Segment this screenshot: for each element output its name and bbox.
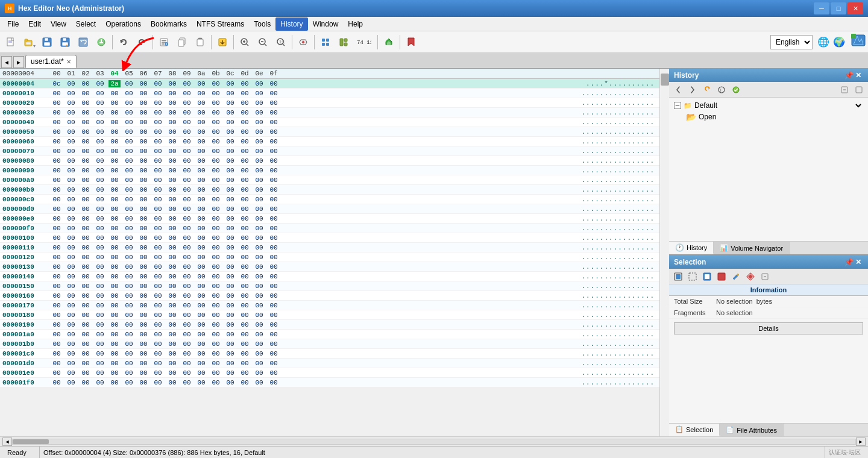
hex-byte[interactable]: 00 [51, 283, 63, 290]
hex-byte[interactable]: 00 [224, 148, 236, 155]
hex-byte[interactable]: 00 [123, 263, 135, 271]
hex-byte[interactable]: 00 [137, 292, 149, 300]
hex-byte[interactable]: 00 [166, 205, 178, 213]
volume-navigator-tab[interactable]: 📊 Volume Navigator [714, 242, 790, 254]
hex-byte[interactable]: 00 [65, 157, 77, 165]
hex-byte[interactable]: 00 [65, 167, 77, 174]
table-row[interactable]: 0000010000000000000000000000000000000000… [0, 233, 659, 243]
hex-byte[interactable]: 00 [94, 90, 106, 97]
table-row[interactable]: 000000a000000000000000000000000000000000… [0, 175, 659, 185]
hex-byte[interactable]: 00 [195, 205, 207, 213]
hex-byte[interactable]: 00 [108, 331, 121, 338]
hex-byte[interactable]: 00 [108, 263, 121, 271]
hex-byte[interactable]: 00 [65, 119, 77, 126]
hex-byte[interactable]: 00 [239, 234, 251, 242]
row-bytes[interactable]: 00000000000000000000000000000000 [48, 138, 576, 145]
hex-byte[interactable]: 00 [65, 321, 77, 328]
hex-byte[interactable]: 00 [166, 312, 178, 319]
hex-byte[interactable]: 00 [253, 283, 265, 290]
hex-byte[interactable]: 00 [94, 196, 106, 203]
hex-byte[interactable]: 00 [152, 292, 164, 300]
hex-byte[interactable]: 00 [123, 225, 135, 232]
hex-byte[interactable]: 00 [65, 128, 77, 136]
hex-byte[interactable]: 00 [152, 205, 164, 213]
row-bytes[interactable]: 00000000000000000000000000000000 [48, 128, 576, 136]
hex-byte[interactable]: 00 [181, 157, 193, 165]
menu-bookmarks[interactable]: Bookmarks [146, 17, 192, 31]
hex-byte[interactable]: 00 [166, 321, 178, 328]
hex-byte[interactable]: 00 [166, 157, 178, 165]
hex-byte[interactable]: 00 [123, 90, 135, 97]
hex-byte[interactable]: 00 [94, 340, 106, 348]
row-bytes[interactable]: 0c0000002a0000000000000000000000 [48, 80, 581, 87]
hex-byte[interactable]: 00 [181, 369, 193, 377]
hex-byte[interactable]: 00 [51, 254, 63, 261]
hex-byte[interactable]: 00 [80, 283, 92, 290]
hex-byte[interactable]: 00 [195, 148, 207, 155]
table-row[interactable]: 000000e000000000000000000000000000000000… [0, 214, 659, 224]
hex-byte[interactable]: 00 [51, 273, 63, 280]
hex-byte[interactable]: 00 [268, 369, 280, 377]
hex-byte[interactable]: 00 [224, 99, 236, 107]
hex-byte[interactable]: 00 [65, 205, 77, 213]
hex-byte[interactable]: 00 [268, 312, 280, 319]
hex-byte[interactable]: 00 [224, 379, 236, 386]
hex-byte[interactable]: 00 [181, 167, 193, 174]
hex-byte[interactable]: 00 [80, 273, 92, 280]
hex-byte[interactable]: 00 [166, 80, 178, 87]
hex-byte[interactable]: 00 [268, 254, 280, 261]
hex-byte[interactable]: 00 [195, 273, 207, 280]
table-row[interactable]: 000000c000000000000000000000000000000000… [0, 195, 659, 204]
hex-byte[interactable]: 00 [166, 360, 178, 367]
row-bytes[interactable]: 00000000000000000000000000000000 [48, 292, 576, 300]
hex-byte[interactable]: 00 [94, 321, 106, 328]
hex-byte[interactable]: 00 [181, 254, 193, 261]
selection-pin-button[interactable]: 📌 [844, 257, 854, 267]
hex-byte[interactable]: 00 [123, 244, 135, 251]
table-row[interactable]: 0000001000000000000000000000000000000000… [0, 89, 659, 98]
hex-byte[interactable]: 00 [152, 225, 164, 232]
row-bytes[interactable]: 00000000000000000000000000000000 [48, 148, 576, 155]
hex-byte[interactable]: 00 [181, 148, 193, 155]
hex-byte[interactable]: 00 [94, 167, 106, 174]
hex-mode-button[interactable]: 74 11 [353, 34, 375, 51]
hex-byte[interactable]: 00 [94, 138, 106, 145]
hex-byte[interactable]: 00 [137, 244, 149, 251]
hex-byte[interactable]: 00 [152, 302, 164, 309]
hex-byte[interactable]: 00 [51, 340, 63, 348]
row-bytes[interactable]: 00000000000000000000000000000000 [48, 321, 576, 328]
hex-byte[interactable]: 00 [51, 302, 63, 309]
table-row[interactable]: 000001b000000000000000000000000000000000… [0, 339, 659, 349]
hex-byte[interactable]: 00 [210, 186, 222, 193]
hex-byte[interactable]: 00 [94, 177, 106, 184]
history-tree-default[interactable]: ─ 📁 Default ▾ [671, 100, 866, 111]
hex-byte[interactable]: 00 [253, 90, 265, 97]
history-pin-button[interactable]: 📌 [844, 71, 854, 80]
hex-byte[interactable]: 00 [268, 234, 280, 242]
hex-byte[interactable]: 00 [137, 283, 149, 290]
hex-byte[interactable]: 00 [166, 109, 178, 116]
hex-byte[interactable]: 00 [65, 263, 77, 271]
hex-byte[interactable]: 00 [51, 379, 63, 386]
hex-byte[interactable]: 00 [210, 90, 222, 97]
hex-byte[interactable]: 00 [123, 254, 135, 261]
hex-byte[interactable]: 00 [51, 177, 63, 184]
table-row[interactable]: 000000040c0000002a0000000000000000000000… [0, 79, 659, 89]
hex-byte[interactable]: 00 [224, 234, 236, 242]
row-bytes[interactable]: 00000000000000000000000000000000 [48, 119, 576, 126]
hex-byte[interactable]: 00 [239, 244, 251, 251]
hscroll-thumb[interactable] [13, 439, 49, 444]
hex-byte[interactable]: 00 [195, 119, 207, 126]
hex-byte[interactable]: 00 [65, 331, 77, 338]
hex-byte[interactable]: 00 [239, 215, 251, 222]
hex-byte[interactable]: 00 [137, 119, 149, 126]
extra-button-1[interactable] [93, 34, 110, 51]
hex-byte[interactable]: 00 [239, 283, 251, 290]
hex-byte[interactable]: 00 [80, 312, 92, 319]
hex-byte[interactable]: 00 [94, 273, 106, 280]
hex-byte[interactable]: 00 [268, 283, 280, 290]
table-row[interactable]: 0000012000000000000000000000000000000000… [0, 253, 659, 262]
hex-byte[interactable]: 00 [268, 80, 280, 87]
hex-byte[interactable]: 00 [195, 321, 207, 328]
hex-byte[interactable]: 00 [152, 167, 164, 174]
